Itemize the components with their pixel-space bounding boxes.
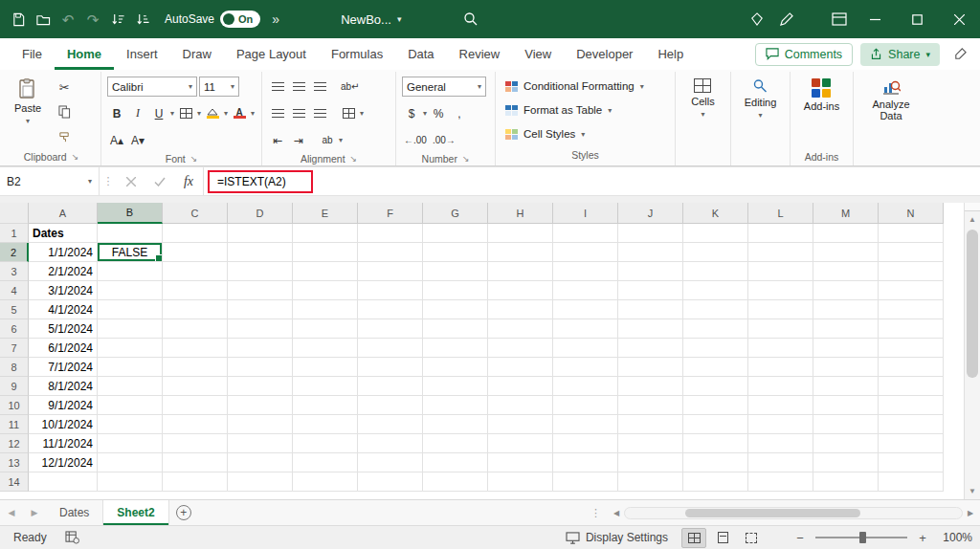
cell-K1[interactable]	[683, 224, 748, 243]
scroll-left-icon[interactable]: ◀	[609, 509, 624, 517]
cell-F11[interactable]	[358, 415, 423, 434]
cell-B2[interactable]: FALSE	[98, 243, 163, 262]
cell-G13[interactable]	[423, 453, 488, 472]
cell-A10[interactable]: 9/1/2024	[29, 396, 98, 415]
column-header-D[interactable]: D	[228, 203, 293, 224]
cell-M8[interactable]	[813, 358, 879, 377]
cell-I7[interactable]	[553, 339, 618, 358]
cell-C14[interactable]	[163, 472, 228, 492]
cell-B10[interactable]	[98, 396, 163, 415]
comments-button[interactable]: Comments	[755, 43, 853, 66]
workbook-title[interactable]: NewBo... ▾	[331, 12, 411, 27]
align-middle-button[interactable]	[289, 77, 308, 97]
cell-H5[interactable]	[488, 300, 553, 319]
more-quick-access-icon[interactable]: »	[272, 11, 279, 27]
cell-L6[interactable]	[748, 319, 813, 339]
cell-F12[interactable]	[358, 434, 423, 453]
cell-M7[interactable]	[813, 339, 879, 358]
row-header-11[interactable]: 11	[0, 415, 29, 434]
cells-button[interactable]: Cells ▾	[684, 75, 721, 122]
cell-M4[interactable]	[813, 281, 879, 300]
cell-I9[interactable]	[553, 377, 618, 396]
sheet-nav-left-icon[interactable]: ◀	[0, 500, 23, 525]
cell-E9[interactable]	[293, 377, 358, 396]
cell-K2[interactable]	[683, 243, 748, 262]
decrease-indent-button[interactable]: ⇤	[268, 130, 287, 150]
cell-F1[interactable]	[358, 224, 423, 243]
cell-A11[interactable]: 10/1/2024	[29, 415, 98, 434]
merge-center-button[interactable]	[339, 103, 358, 123]
cell-I13[interactable]	[553, 453, 618, 472]
cell-C5[interactable]	[163, 300, 228, 319]
cell-E11[interactable]	[293, 415, 358, 434]
font-dialog-launcher-icon[interactable]: ↘	[190, 154, 198, 164]
cell-J3[interactable]	[618, 262, 683, 281]
cell-A3[interactable]: 2/1/2024	[29, 262, 98, 281]
cancel-entry-icon[interactable]	[117, 167, 145, 195]
cell-F8[interactable]	[358, 358, 423, 377]
underline-button[interactable]: U	[149, 103, 168, 123]
cell-H1[interactable]	[488, 224, 553, 243]
cell-N1[interactable]	[879, 224, 944, 243]
cell-D3[interactable]	[228, 262, 293, 281]
formula-input[interactable]: =ISTEXT(A2)	[203, 167, 980, 195]
sheet-tab-dates[interactable]: Dates	[46, 500, 103, 525]
ribbon-tab-view[interactable]: View	[512, 38, 564, 70]
cell-F4[interactable]	[358, 281, 423, 300]
horizontal-scrollbar[interactable]: ◀ ▶	[609, 500, 980, 525]
font-color-chevron-icon[interactable]: ▾	[251, 109, 255, 118]
borders-chevron-icon[interactable]: ▾	[197, 109, 201, 118]
ribbon-tab-help[interactable]: Help	[645, 38, 696, 70]
cell-A6[interactable]: 5/1/2024	[29, 319, 98, 339]
cell-L1[interactable]	[748, 224, 813, 243]
column-header-K[interactable]: K	[683, 203, 748, 224]
confirm-entry-icon[interactable]	[145, 167, 174, 195]
column-header-A[interactable]: A	[29, 203, 98, 224]
cell-F13[interactable]	[358, 453, 423, 472]
cell-N5[interactable]	[879, 300, 944, 319]
cell-N8[interactable]	[879, 358, 944, 377]
align-left-button[interactable]	[268, 103, 287, 123]
row-header-5[interactable]: 5	[0, 300, 29, 319]
ribbon-tab-review[interactable]: Review	[447, 38, 513, 70]
cell-G9[interactable]	[423, 377, 488, 396]
cell-D5[interactable]	[228, 300, 293, 319]
cell-A4[interactable]: 3/1/2024	[29, 281, 98, 300]
cell-B7[interactable]	[98, 339, 163, 358]
cell-G7[interactable]	[423, 339, 488, 358]
row-header-4[interactable]: 4	[0, 281, 29, 300]
fill-color-button[interactable]	[203, 103, 222, 123]
cell-M6[interactable]	[813, 319, 879, 339]
cell-G14[interactable]	[423, 472, 488, 492]
cell-H7[interactable]	[488, 339, 553, 358]
ribbon-tab-page-layout[interactable]: Page Layout	[224, 38, 319, 70]
cell-D8[interactable]	[228, 358, 293, 377]
cell-G1[interactable]	[423, 224, 488, 243]
cell-N4[interactable]	[879, 281, 944, 300]
cell-H13[interactable]	[488, 453, 553, 472]
cell-K14[interactable]	[683, 472, 748, 492]
increase-indent-button[interactable]: ⇥	[289, 130, 308, 150]
number-format-combo[interactable]: General▾	[402, 77, 486, 97]
cell-E7[interactable]	[293, 339, 358, 358]
cell-B14[interactable]	[98, 472, 163, 492]
cell-K9[interactable]	[683, 377, 748, 396]
cell-K13[interactable]	[683, 453, 748, 472]
cell-I6[interactable]	[553, 319, 618, 339]
copy-icon[interactable]	[53, 101, 76, 122]
cell-L7[interactable]	[748, 339, 813, 358]
cell-E1[interactable]	[293, 224, 358, 243]
cell-M14[interactable]	[813, 472, 879, 492]
cell-J2[interactable]	[618, 243, 683, 262]
select-all-corner[interactable]	[0, 203, 29, 224]
cell-C12[interactable]	[163, 434, 228, 453]
cell-N3[interactable]	[879, 262, 944, 281]
cell-H2[interactable]	[488, 243, 553, 262]
align-right-button[interactable]	[310, 103, 329, 123]
cell-D11[interactable]	[228, 415, 293, 434]
orientation-button[interactable]: ab	[318, 130, 337, 150]
cell-L4[interactable]	[748, 281, 813, 300]
cell-A13[interactable]: 12/1/2024	[29, 453, 98, 472]
cell-H11[interactable]	[488, 415, 553, 434]
row-header-3[interactable]: 3	[0, 262, 29, 281]
